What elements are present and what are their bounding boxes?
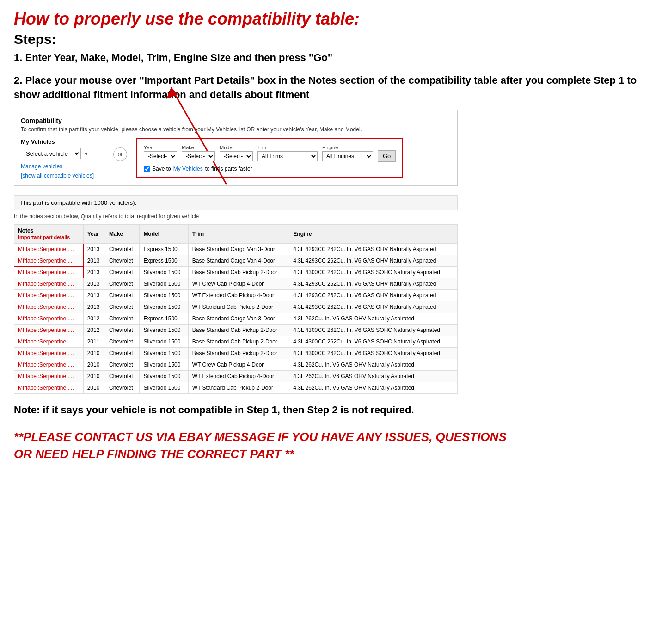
- table-row: Mfrlabel:Serpentine ....2013ChevroletSil…: [14, 301, 458, 313]
- save-checkbox[interactable]: [144, 166, 150, 172]
- table-cell: Silverado 1500: [140, 325, 188, 336]
- table-cell: 2013: [83, 290, 105, 301]
- table-cell: Silverado 1500: [140, 278, 188, 290]
- compat-title: Compatibility: [21, 117, 451, 124]
- table-cell: 2013: [83, 244, 105, 255]
- table-cell: Chevrolet: [105, 359, 140, 371]
- table-cell: Mfrlabel:Serpentine ....: [14, 371, 84, 382]
- table-cell: 4.3L 4293CC 262Cu. In. V6 GAS OHV Natura…: [289, 290, 458, 301]
- compat-subtitle: To confirm that this part fits your vehi…: [21, 126, 451, 133]
- manage-vehicles-link[interactable]: Manage vehicles: [21, 163, 104, 170]
- table-cell: Mfrlabel:Serpentine ....: [14, 336, 84, 348]
- table-cell: WT Standard Cab Pickup 2-Door: [188, 301, 289, 313]
- table-row: Mfrlabel:Serpentine ....2013ChevroletSil…: [14, 290, 458, 301]
- notes-sub-label: Important part details: [18, 234, 70, 240]
- table-cell: Chevrolet: [105, 244, 140, 255]
- table-cell: Chevrolet: [105, 325, 140, 336]
- col-header-make: Make: [105, 225, 140, 244]
- table-cell: Express 1500: [140, 244, 188, 255]
- table-row: Mfrlabel:Serpentine ....2012ChevroletSil…: [14, 325, 458, 336]
- table-cell: 4.3L 4300CC 262Cu. In. V6 GAS SOHC Natur…: [289, 267, 458, 278]
- main-title: How to properly use the compatibility ta…: [14, 9, 654, 29]
- engine-label: Engine: [322, 145, 373, 150]
- table-cell: Mfrlabel:Serpentine ....: [14, 325, 84, 336]
- col-header-model: Model: [140, 225, 188, 244]
- step2-text: 2. Place your mouse over "Important Part…: [14, 74, 654, 102]
- table-cell: Mfrlabel:Serpentine ....: [14, 301, 84, 313]
- table-cell: Mfrlabel:Serpentine ....: [14, 290, 84, 301]
- table-row: Mfrlabel:Serpentine ....2013ChevroletSil…: [14, 278, 458, 290]
- table-cell: Mfrlabel:Serpentine ....: [14, 382, 84, 394]
- dropdown-arrow-icon: ▼: [84, 151, 89, 157]
- table-cell: Express 1500: [140, 313, 188, 325]
- compatibility-table: Notes Important part details Year Make M…: [14, 224, 458, 394]
- make-select[interactable]: -Select-: [182, 151, 215, 161]
- table-cell: Mfrlabel:Serpentine ....: [14, 278, 84, 290]
- table-cell: 4.3L 262Cu. In. V6 GAS OHV Naturally Asp…: [289, 371, 458, 382]
- table-row: Mfrlabel:Serpentine....2013ChevroletExpr…: [14, 255, 458, 267]
- table-cell: Chevrolet: [105, 267, 140, 278]
- table-cell: 4.3L 4293CC 262Cu. In. V6 GAS OHV Natura…: [289, 255, 458, 267]
- quantity-note: In the notes section below, Quantity ref…: [14, 213, 654, 220]
- col-header-notes: Notes Important part details: [14, 225, 84, 244]
- table-cell: Mfrlabel:Serpentine ....: [14, 267, 84, 278]
- my-vehicles-section: My Vehicles Select a vehicle ▼ Manage ve…: [21, 138, 104, 179]
- table-cell: Base Standard Cab Pickup 2-Door: [188, 325, 289, 336]
- table-cell: Silverado 1500: [140, 290, 188, 301]
- table-cell: 4.3L 262Cu. In. V6 GAS OHV Naturally Asp…: [289, 382, 458, 394]
- table-cell: Base Standard Cab Pickup 2-Door: [188, 336, 289, 348]
- go-button[interactable]: Go: [378, 150, 396, 162]
- table-cell: Silverado 1500: [140, 348, 188, 359]
- table-row: Mfrlabel:Serpentine ....2011ChevroletSil…: [14, 336, 458, 348]
- table-cell: 2011: [83, 336, 105, 348]
- table-cell: Silverado 1500: [140, 301, 188, 313]
- select-vehicle-dropdown[interactable]: Select a vehicle: [21, 148, 81, 159]
- engine-select[interactable]: All Engines: [322, 151, 373, 161]
- year-label: Year: [144, 145, 177, 150]
- table-cell: 2010: [83, 348, 105, 359]
- model-select[interactable]: -Select-: [220, 151, 253, 161]
- ymm-form: Year -Select- Make -Select- Model: [136, 138, 403, 178]
- table-row: Mfrlabel:Serpentine ....2010ChevroletSil…: [14, 348, 458, 359]
- table-cell: Base Standard Cab Pickup 2-Door: [188, 348, 289, 359]
- table-cell: 2012: [83, 325, 105, 336]
- note-text: Note: if it says your vehicle is not com…: [14, 403, 522, 417]
- col-header-trim: Trim: [188, 225, 289, 244]
- table-cell: Silverado 1500: [140, 267, 188, 278]
- table-cell: 2013: [83, 278, 105, 290]
- table-cell: Mfrlabel:Serpentine ....: [14, 244, 84, 255]
- table-cell: Chevrolet: [105, 336, 140, 348]
- year-select[interactable]: -Select-: [144, 151, 177, 161]
- table-cell: Chevrolet: [105, 278, 140, 290]
- trim-label: Trim: [257, 145, 318, 150]
- model-label: Model: [220, 145, 253, 150]
- table-cell: 4.3L 4300CC 262Cu. In. V6 GAS SOHC Natur…: [289, 336, 458, 348]
- table-cell: 2010: [83, 382, 105, 394]
- table-row: Mfrlabel:Serpentine ....2013ChevroletExp…: [14, 244, 458, 255]
- table-row: Mfrlabel:Serpentine ....2013ChevroletSil…: [14, 267, 458, 278]
- table-cell: Chevrolet: [105, 348, 140, 359]
- show-all-link[interactable]: [show all compatible vehicles]: [21, 172, 104, 179]
- table-cell: Chevrolet: [105, 371, 140, 382]
- table-cell: 4.3L 4293CC 262Cu. In. V6 GAS OHV Natura…: [289, 301, 458, 313]
- make-label: Make: [182, 145, 215, 150]
- save-label: Save to: [152, 166, 171, 172]
- trim-select[interactable]: All Trims: [257, 151, 318, 161]
- table-row: Mfrlabel:Serpentine ....2010ChevroletSil…: [14, 382, 458, 394]
- my-vehicles-link[interactable]: My Vehicles: [173, 166, 203, 172]
- table-cell: WT Crew Cab Pickup 4-Door: [188, 278, 289, 290]
- table-cell: 2013: [83, 301, 105, 313]
- contact-text: **PLEASE CONTACT US VIA EBAY MESSAGE IF …: [14, 429, 522, 462]
- table-cell: Chevrolet: [105, 382, 140, 394]
- col-header-engine: Engine: [289, 225, 458, 244]
- steps-label: Steps:: [14, 31, 654, 47]
- table-cell: WT Crew Cab Pickup 4-Door: [188, 359, 289, 371]
- table-cell: 2012: [83, 313, 105, 325]
- table-cell: 2010: [83, 359, 105, 371]
- table-cell: Mfrlabel:Serpentine ....: [14, 359, 84, 371]
- table-cell: Chevrolet: [105, 255, 140, 267]
- table-cell: Base Standard Cargo Van 3-Door: [188, 244, 289, 255]
- table-row: Mfrlabel:Serpentine ....2012ChevroletExp…: [14, 313, 458, 325]
- save-suffix: to finds parts faster: [205, 166, 252, 172]
- table-cell: Chevrolet: [105, 290, 140, 301]
